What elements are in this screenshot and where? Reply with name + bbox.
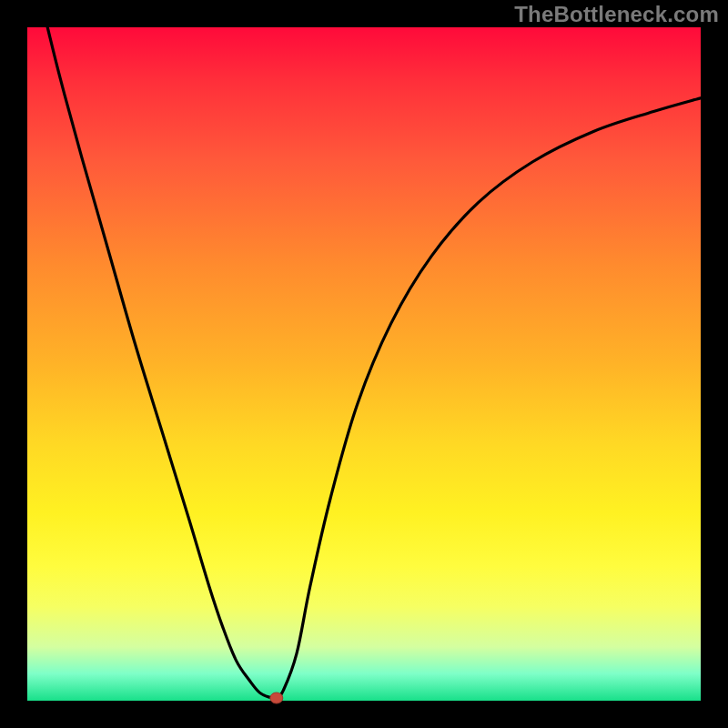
curve-layer: [27, 27, 701, 701]
chart-frame: TheBottleneck.com: [0, 0, 728, 728]
plot-area: [27, 27, 701, 701]
watermark-text: TheBottleneck.com: [514, 2, 719, 27]
optimal-point-marker: [270, 693, 283, 703]
bottleneck-curve: [47, 27, 701, 698]
